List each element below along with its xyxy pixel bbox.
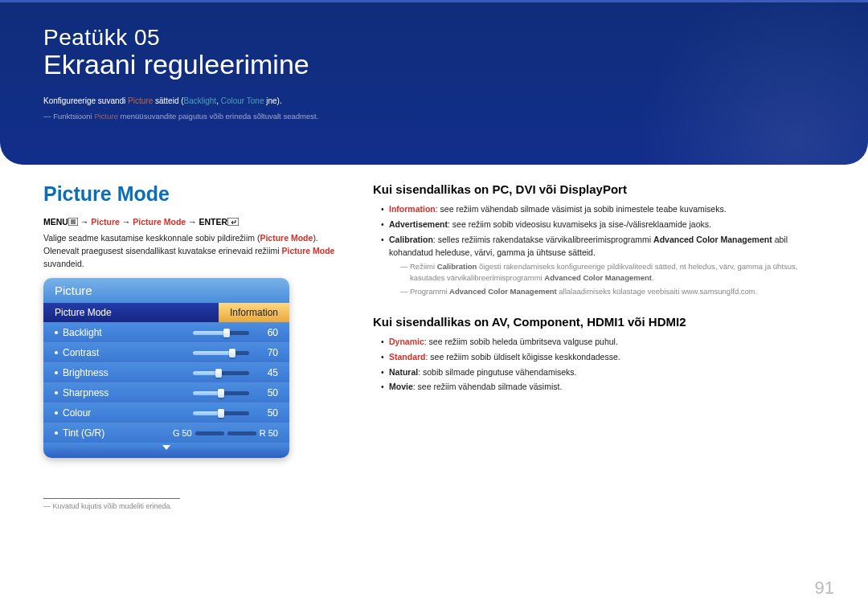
menu-label: MENU [43,217,68,227]
bullet-text: : see režiim vähendab silmade väsimist. [413,382,563,391]
osd-label: Colour [63,407,193,419]
osd-row[interactable]: Brightness45 [43,362,289,382]
enter-icon [227,218,239,227]
bullet-text: : see režiim vähendab silmade väsimist j… [436,204,727,214]
osd-row[interactable]: Contrast70 [43,342,289,362]
txt: ). [313,233,317,243]
osd-slider[interactable] [193,411,249,415]
txt-red: Picture Mode [260,233,313,243]
osd-title: Picture [43,278,289,303]
bullet-item: Advertisement: see režiim sobib videosis… [381,218,825,231]
nav-picture-mode: Picture Mode [133,217,186,227]
txt-teal: Backlight [184,96,217,105]
osd-row[interactable]: Backlight60 [43,322,289,342]
chevron-down-icon [161,443,172,452]
txt: Olenevalt praegusest sisendallikast kuva… [43,246,281,255]
chapter-subtext: Konfigureerige suvandi Picture sätteid (… [43,95,825,107]
osd-header-row: Picture Mode Information [43,303,289,322]
txt: sätteid ( [153,96,183,105]
bullet-term: Movie [389,382,413,391]
bullet-term: Advertisement [389,219,448,229]
osd-row[interactable]: Sharpness50 [43,382,289,403]
osd-header-left[interactable]: Picture Mode [43,303,219,322]
bullet-text: : selles režiimis rakendatakse värvikali… [433,235,653,244]
osd-menu: Picture Picture Mode Information Backlig… [43,278,289,458]
bullet-icon [55,371,58,374]
osd-slider[interactable] [193,391,249,395]
txt: ― Funktsiooni [43,112,94,121]
txt-red: Picture Mode [281,246,334,255]
bullet-term: Natural [389,367,418,377]
bullet-list-1: Information: see režiim vähendab silmade… [373,202,825,297]
osd-label: Sharpness [63,387,193,398]
left-paragraph-2: Olenevalt praegusest sisendallikast kuva… [43,245,349,271]
left-paragraph-1: Valige seadme kasutamise keskkonnale sob… [43,232,349,245]
sub-list: Režiimi Calibration õigesti rakendamisek… [389,261,825,297]
osd-scroll-down[interactable] [43,443,289,458]
osd-header-right[interactable]: Information [219,303,289,322]
svg-rect-4 [227,218,239,226]
left-column: Picture Mode MENU → Picture → Picture Mo… [43,182,349,510]
bullet-icon [55,331,58,334]
bullet-item: Natural: sobib silmade pingutuse vähenda… [381,366,825,379]
bullet-term: Information [389,204,436,214]
chapter-title: Ekraani reguleerimine [43,49,825,80]
txt-red: Picture [128,96,153,105]
chapter-number: Peatükk 05 [43,25,825,51]
menu-icon [68,218,78,227]
osd-slider[interactable] [193,371,249,375]
bullet-list-2: Dynamic: see režiim sobib heleda ümbrits… [373,335,825,394]
bullet-icon [55,391,58,394]
osd-value: 70 [257,347,278,358]
bullet-text: : see režiim sobib üldiselt kõigisse kes… [426,352,620,362]
tint-g-slider[interactable] [195,431,224,435]
footnote-text: Kuvatud kujutis võib mudeliti erineda. [53,502,173,510]
tint-r-label: R 50 [260,428,278,438]
right-heading-1: Kui sisendallikas on PC, DVI või Display… [373,182,825,196]
osd-slider[interactable] [193,351,249,355]
txt: jne). [264,96,281,105]
bullet-term: Calibration [389,235,433,244]
bullet-text: : see režiim sobib heleda ümbritseva val… [424,337,618,346]
osd-slider[interactable] [193,331,249,335]
arrow: → [186,217,199,227]
footnote: ― Kuvatud kujutis võib mudeliti erineda. [43,502,349,510]
osd-label: Backlight [63,327,193,338]
bullet-text: : see režiim sobib videosisu kuvamiseks … [448,219,711,229]
enter-label: ENTER [199,217,228,227]
bullet-bold: Advanced Color Management [653,235,772,244]
bullet-text: : sobib silmade pingutuse vähendamiseks. [418,367,576,377]
osd-value: 60 [257,327,278,338]
chapter-note: ― Funktsiooni Picture menüüsuvandite pai… [43,112,825,121]
osd-row[interactable]: Colour50 [43,403,289,423]
chapter-header: Peatükk 05 Ekraani reguleerimine Konfigu… [0,0,868,165]
page-number: 91 [815,578,834,599]
bullet-item: Calibration: selles režiimis rakendataks… [381,233,825,297]
osd-label: Tint (G/R) [63,427,173,439]
tint-r-slider[interactable] [227,431,256,435]
osd-label: Brightness [63,367,193,378]
arrow: → [120,217,133,227]
txt: Valige seadme kasutamise keskkonnale sob… [43,233,260,243]
bullet-icon [55,431,58,435]
bullet-term: Dynamic [389,337,424,346]
bullet-icon [55,411,58,415]
txt: menüüsuvandite paigutus võib erineda sõl… [118,112,318,121]
osd-row-tint[interactable]: Tint (G/R) G 50 R 50 [43,423,289,443]
osd-value: 45 [257,367,278,378]
menu-path: MENU → Picture → Picture Mode → ENTER [43,217,349,227]
right-column: Kui sisendallikas on PC, DVI või Display… [373,182,825,510]
txt: Konfigureerige suvandi [43,96,128,105]
osd-value: 50 [257,407,278,419]
bullet-item: Standard: see režiim sobib üldiselt kõig… [381,350,825,364]
nav-picture: Picture [91,217,120,227]
sub-item: Programmi Advanced Color Management alla… [400,286,825,297]
txt-red: Picture [94,112,118,121]
tint-g-label: G 50 [173,428,192,438]
footnote-rule [43,498,180,499]
section-title: Picture Mode [43,182,349,206]
arrow: → [78,217,91,227]
bullet-item: Information: see režiim vähendab silmade… [381,202,825,216]
txt-teal: Colour Tone [221,96,264,105]
bullet-icon [55,351,58,354]
